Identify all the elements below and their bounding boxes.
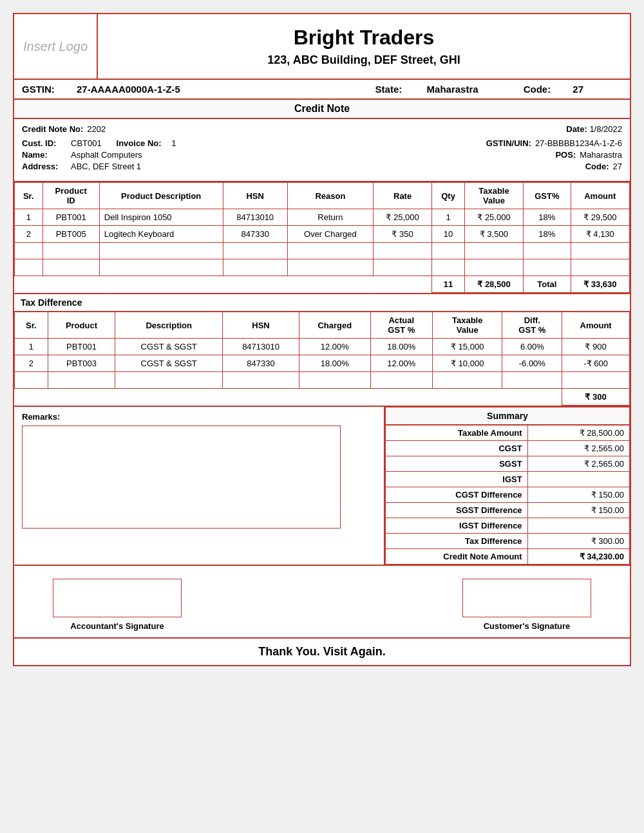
logo-section: Insert Logo (14, 14, 98, 79)
col-reason: Reason (287, 183, 373, 209)
accountant-signature-block: Accountant's Signature (53, 579, 182, 631)
gstin-label: GSTIN: 27-AAAAA0000A-1-Z-5 (22, 84, 200, 95)
summary-row: CGST ₹ 2,565.00 (386, 441, 630, 456)
td-col-charged: Charged (299, 312, 371, 339)
col-amount: Amount (571, 183, 629, 209)
col-rate: Rate (373, 183, 431, 209)
items-table: Sr. ProductID Product Description HSN Re… (14, 182, 630, 293)
tax-diff-header-row: Sr. Product Description HSN Charged Actu… (15, 312, 630, 339)
footer-text: Thank You. Visit Again. (258, 645, 385, 658)
td-col-diff-gst: Diff.GST % (502, 312, 562, 339)
summary-row: SGST Difference ₹ 150.00 (386, 503, 630, 518)
accountant-sig-label: Accountant's Signature (53, 621, 182, 631)
tax-diff-title: Tax Difference (14, 293, 630, 312)
table-row: 1 PBT001 Dell Inspiron 1050 84713010 Ret… (15, 209, 630, 226)
summary-row: IGST Difference (386, 518, 630, 534)
remarks-label: Remarks: (22, 412, 376, 422)
items-total-row: 11 ₹ 28,500 Total ₹ 33,630 (15, 276, 630, 293)
invoice-page: Insert Logo Bright Traders 123, ABC Buil… (13, 13, 631, 666)
summary-row: Taxable Amount ₹ 28,500.00 (386, 426, 630, 441)
info-row-2: Cust. ID: CBT001 Invoice No: 1 Name: Asp… (22, 138, 622, 173)
td-col-hsn: HSN (223, 312, 299, 339)
company-address: 123, ABC Building, DEF Street, GHI (267, 53, 460, 67)
company-name: Bright Traders (294, 26, 435, 50)
info-section: Credit Note No: 2202 Date: 1/8/2022 Cust… (14, 119, 630, 182)
remarks-box[interactable] (22, 426, 341, 529)
logo-placeholder: Insert Logo (23, 38, 88, 55)
customer-sig-box (462, 579, 591, 617)
col-product-id: ProductID (43, 183, 99, 209)
table-row: 2 PBT003 CGST & SGST 847330 18.00% 12.00… (15, 355, 630, 372)
tax-diff-table: Sr. Product Description HSN Charged Actu… (14, 312, 630, 406)
table-row: 2 PBT005 Logitech Keyboard 847330 Over C… (15, 226, 630, 243)
items-header-row: Sr. ProductID Product Description HSN Re… (15, 183, 630, 209)
footer: Thank You. Visit Again. (14, 637, 630, 665)
tax-diff-total-row: ₹ 300 (15, 389, 630, 406)
table-row: 1 PBT001 CGST & SGST 84713010 12.00% 18.… (15, 339, 630, 355)
td-col-amount: Amount (562, 312, 630, 339)
table-row-empty (15, 243, 630, 259)
summary-row-total: Credit Note Amount ₹ 34,230.00 (386, 549, 630, 565)
col-qty: Qty (432, 183, 464, 209)
info-row-1: Credit Note No: 2202 Date: 1/8/2022 (22, 124, 622, 136)
summary-table-section: Summary Taxable Amount ₹ 28,500.00 CGST … (385, 407, 630, 565)
td-col-actual-gst: ActualGST % (370, 312, 432, 339)
table-row-empty (15, 372, 630, 389)
td-col-sr: Sr. (15, 312, 48, 339)
summary-section: Remarks: Summary Taxable Amount ₹ 28,500… (14, 406, 630, 565)
col-taxable-value: TaxableValue (464, 183, 523, 209)
col-description: Product Description (99, 183, 223, 209)
summary-row: SGST ₹ 2,565.00 (386, 456, 630, 472)
remarks-section: Remarks: (14, 407, 385, 565)
td-col-taxable-value: TaxableValue (433, 312, 502, 339)
col-hsn: HSN (223, 183, 287, 209)
company-section: Bright Traders 123, ABC Building, DEF St… (98, 14, 630, 79)
td-col-product: Product (48, 312, 115, 339)
col-sr: Sr. (15, 183, 43, 209)
header: Insert Logo Bright Traders 123, ABC Buil… (14, 14, 630, 80)
gstin-row: GSTIN: 27-AAAAA0000A-1-Z-5 State: Mahara… (14, 80, 630, 100)
signature-section: Accountant's Signature Customer's Signat… (14, 565, 630, 637)
accountant-sig-box (53, 579, 182, 617)
summary-title: Summary (385, 407, 630, 425)
summary-table: Taxable Amount ₹ 28,500.00 CGST ₹ 2,565.… (385, 425, 630, 565)
customer-sig-label: Customer's Signature (462, 621, 591, 631)
code-info: Code: 27 (524, 84, 603, 95)
state-info: State: Maharastra (375, 84, 498, 95)
col-gst-pct: GST% (524, 183, 571, 209)
table-row-empty (15, 259, 630, 276)
doc-title: Credit Note (14, 100, 630, 119)
summary-row: IGST (386, 472, 630, 487)
summary-row: CGST Difference ₹ 150.00 (386, 487, 630, 503)
td-col-description: Description (115, 312, 223, 339)
customer-signature-block: Customer's Signature (462, 579, 591, 631)
summary-row: Tax Difference ₹ 300.00 (386, 534, 630, 549)
